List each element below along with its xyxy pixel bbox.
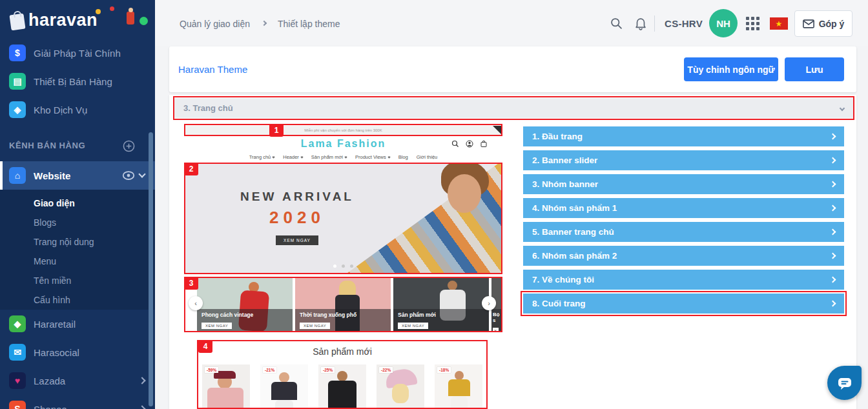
logo-tet-character-head [129,8,133,12]
chevron-right-icon [830,205,836,212]
product-figure-white-pants [451,396,468,409]
banner-title: Sản phẩm mới [398,312,484,318]
section-item-banner-slider[interactable]: 2. Banner slider [523,150,844,170]
theme-header-card: Haravan Theme Tùy chỉnh ngôn ngữ Lưu [169,46,856,92]
submenu-item-trang-noi-dung[interactable]: Trang nội dung [0,232,155,252]
avatar[interactable]: NH [709,9,738,37]
announcement-text: Miễn phí vận chuyển với đơn hàng trên 30… [304,128,382,132]
lazada-icon: ♥ [9,372,26,389]
discount-badge: -59% [205,367,218,373]
banner-cta: XEM NGAY [398,323,428,329]
sidebar-item-kho-dich-vu[interactable]: ◈ Kho Dịch Vụ [0,95,155,124]
add-channel-plus-icon[interactable] [123,140,135,152]
sidebar-item-thiet-bi-ban-hang[interactable]: ▤ Thiết Bị Bán Hàng [0,67,155,95]
chevron-right-icon [830,181,836,188]
section-item-label: 7. Về chúng tôi [532,275,594,284]
product-figure-head [455,371,464,380]
status-dot [140,17,148,25]
product-card: -21% [260,364,308,409]
eye-icon[interactable] [121,170,136,181]
discount-badge: -22% [379,367,393,373]
caret-icon [344,155,347,158]
banner-overlay: Thời trang xuống phố XEM NGAY [295,309,391,331]
submenu-item-blogs[interactable]: Blogs [0,213,155,232]
section-item-banner-trang-chu[interactable]: 5. Banner trang chủ [523,222,844,242]
logo-lantern-decor [110,6,114,11]
product-figure-head [279,372,289,383]
sidebar-item-lazada[interactable]: ♥ Lazada [0,366,155,395]
submenu-item-ten-mien[interactable]: Tên miền [0,271,155,290]
section-item-nhom-san-pham-2[interactable]: 6. Nhóm sản phẩm 2 [523,246,844,266]
section-item-label: 2. Banner slider [532,155,597,165]
banner-overlay: Sản phẩm mới XEM NGAY [393,309,489,331]
sidebar-item-label: Kho Dịch Vụ [34,105,87,115]
section-item-nhom-san-pham-1[interactable]: 4. Nhóm sản phẩm 1 [523,198,844,218]
theme-preview[interactable]: Miễn phí vận chuyển với đơn hàng trên 30… [184,125,502,409]
preview-account-icon [466,140,473,148]
chevron-right-icon [830,157,836,164]
save-button[interactable]: Lưu [785,57,844,81]
hero-cta-button: XEM NGAY [276,235,318,245]
sidebar-item-label: Giải Pháp Tài Chính [34,48,121,59]
hero-carousel-dots [184,259,502,270]
apps-grid-icon[interactable] [746,17,760,30]
caret-icon [300,155,303,158]
services-icon: ◈ [9,101,26,118]
sidebar-item-label: Thiết Bị Bán Hàng [34,76,112,87]
preview-nav-item: Header [283,154,299,160]
sidebar-item-label: Shopee [34,404,67,409]
haravan-logo[interactable]: haravan [0,5,155,39]
vietnam-flag-icon[interactable]: ★ [770,17,788,30]
notification-bell-icon[interactable] [634,16,648,31]
section-item-ve-chung-toi[interactable]: 7. Về chúng tôi [523,270,844,290]
preview-cart-icon [480,140,488,148]
chat-widget-button[interactable] [827,366,862,400]
sidebar-scrollbar[interactable] [149,132,153,406]
banner-prev-arrow[interactable]: ‹ [189,296,203,310]
carousel-dot-active [333,264,336,268]
banner-next-arrow[interactable]: › [482,296,496,310]
sidebar-item-giai-phap-tai-chinh[interactable]: $ Giải Pháp Tài Chính [0,39,155,67]
chevron-right-icon [830,134,836,140]
preview-nav-item: Product Views [355,154,386,160]
section-item-nhom-banner[interactable]: 3. Nhóm banner [523,174,844,194]
preview-nav-item: Trang chủ [249,154,271,160]
product-figure-pink-sweater [207,388,243,409]
customize-language-button[interactable]: Tùy chỉnh ngôn ngữ [684,57,778,81]
sidebar-item-hararetail[interactable]: ◆ Hararetail [0,310,155,338]
breadcrumb-chevron-icon [262,21,267,26]
banner-tile-vintage: Phong cách vintage XEM NGAY [197,278,293,331]
banner-tile-new-products: Sản phẩm mới XEM NGAY [393,278,489,331]
section-item-dau-trang[interactable]: 1. Đầu trang [523,126,844,146]
breadcrumb-thiet-lap-theme[interactable]: Thiết lập theme [278,19,340,29]
breadcrumb-quan-ly-giao-dien[interactable]: Quản lý giao diện [180,19,250,29]
sidebar-item-website[interactable]: ⌂ Website [0,161,155,190]
banner-cta: XEM NGAY [202,323,232,329]
sidebar-item-shopee[interactable]: S Shopee [0,395,155,409]
banner-tile-street-style: Thời trang xuống phố XEM NGAY [295,278,391,331]
product-figure-mustard-top [448,379,470,396]
preview-hero-banner: NEW ARRIVAL 2020 XEM NGAY [184,163,502,274]
submenu-item-giao-dien[interactable]: Giao diện [0,194,155,213]
logo-wordmark: haravan [28,10,98,30]
org-name[interactable]: CS-HRV [665,18,703,29]
feedback-button[interactable]: Góp ý [794,10,852,37]
submenu-item-menu[interactable]: Menu [0,252,155,271]
banner-figure-head [448,281,457,290]
chevron-down-icon[interactable] [138,170,145,177]
theme-title-link[interactable]: Haravan Theme [178,64,247,75]
sidebar-item-harasocial[interactable]: ✉ Harasocial [0,338,155,366]
product-figure-black-tee [328,381,356,409]
hero-year: 2020 [223,208,371,228]
section-item-cuoi-trang[interactable]: 8. Cuối trang [523,294,844,314]
active-indicator [0,161,3,190]
carousel-dot [350,264,353,268]
chevron-right-icon [830,277,836,283]
logo-firework-decor [96,9,101,14]
section-item-label: 4. Nhóm sản phẩm 1 [532,203,617,213]
topbar-divider [654,15,655,32]
submenu-item-cau-hinh[interactable]: Cấu hình [0,290,155,310]
chevron-down-icon [840,105,845,110]
search-icon[interactable] [610,17,623,30]
section-header-trang-chu[interactable]: 3. Trang chủ [174,98,853,118]
